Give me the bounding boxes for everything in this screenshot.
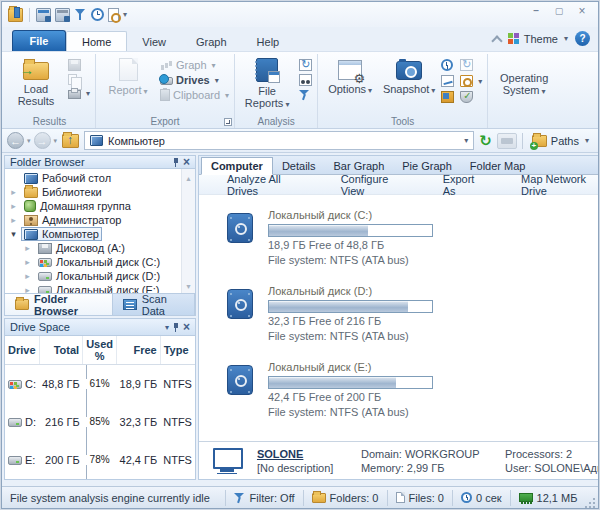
panel-menu-icon[interactable]: ▾ [165,323,169,332]
drive-space-row[interactable]: D: 216 ГБ 85% 32,3 ГБ NTFS [5,403,195,441]
print-button[interactable] [68,88,90,99]
tree-item[interactable]: Локальный диск (D:) [7,269,179,283]
computer-name-link[interactable]: SOLONE [257,448,347,460]
chart-line-icon[interactable] [441,75,454,87]
status-filter[interactable]: Filter: Off [225,490,303,506]
drive-entry[interactable]: Локальный диск (C:) 18,9 ГБ Free of 48,8… [227,209,599,267]
filter-search-icon[interactable] [299,89,312,101]
tab-home[interactable]: Home [66,31,127,51]
monitor-chart-icon[interactable] [441,91,454,103]
drive-entry[interactable]: Локальный диск (D:) 32,3 ГБ Free of 216 … [227,285,599,343]
tab-folder-browser[interactable]: Folder Browser [5,294,113,315]
tree-item[interactable]: Локальный диск (C:) [7,255,179,269]
paths-button[interactable]: Paths [528,134,593,148]
graph-export-button[interactable]: Graph [160,59,229,71]
export-as-link[interactable]: Export As [443,173,483,197]
tree-expander-icon[interactable] [23,272,32,281]
drive-free-label: 18,9 ГБ Free of 48,8 ГБ [268,239,433,252]
tree-expander-icon[interactable] [23,244,32,253]
forward-button[interactable]: → [34,132,51,149]
refresh-window-icon[interactable] [299,59,312,71]
tree-scrollbar[interactable] [181,169,195,293]
drive-entry[interactable]: Локальный диск (E:) 42,4 ГБ Free of 200 … [227,361,599,419]
shield-icon[interactable] [460,91,473,103]
map-network-drive-link[interactable]: Map Network Drive [521,173,599,197]
forward-history-dropdown-icon[interactable]: ▾ [54,137,58,145]
configure-view-link[interactable]: Configure View [341,173,405,197]
resize-grip[interactable] [587,498,595,508]
options-button[interactable]: Options [323,56,377,97]
scheduler-icon[interactable] [91,8,104,21]
tree-item[interactable]: Домашняя группа [7,199,179,213]
tree-expander-icon[interactable] [9,202,18,211]
snapshot-button[interactable]: Snapshot [382,56,436,97]
address-dropdown-icon[interactable]: ▾ [464,136,468,145]
scroll-down-icon[interactable] [185,279,192,291]
clipboard-button[interactable]: Clipboard [160,89,229,101]
tree-item[interactable]: Дисковод (A:) [7,241,179,255]
tab-scan-data[interactable]: Scan Data [113,294,195,315]
close-panel-icon[interactable]: × [183,322,190,332]
tree-item[interactable]: Библиотеки [7,185,179,199]
minimize-button[interactable] [526,4,546,17]
tab-view[interactable]: View [127,32,181,51]
binoculars-icon[interactable] [299,74,312,86]
up-folder-icon[interactable] [62,134,79,148]
drives-export-button[interactable]: Drives [160,74,229,86]
maximize-button[interactable] [549,4,569,17]
tree-expander-icon[interactable] [9,216,18,225]
open-results-icon[interactable] [8,8,23,22]
collapse-ribbon-icon[interactable] [492,34,501,43]
copy-icon[interactable] [68,74,77,85]
tree-item[interactable]: Локальный диск (E:) [7,283,179,294]
col-total[interactable]: Total [39,336,83,365]
tree-item[interactable]: Администратор [7,213,179,227]
clock-icon[interactable] [441,59,453,71]
load-results-button[interactable]: Load Results [9,56,63,107]
file-tab[interactable]: File [12,30,66,51]
drive-space-row[interactable]: E: 200 ГБ 78% 42,4 ГБ NTFS [5,441,195,479]
tree-item[interactable]: Компьютер [7,227,179,241]
qat-dropdown-icon[interactable]: ▾ [123,10,127,19]
col-free[interactable]: Free [117,336,161,365]
col-drive[interactable]: Drive [5,336,39,365]
col-type[interactable]: Type [160,336,195,365]
report-button[interactable]: Report [101,56,155,98]
folder-browser-title: Folder Browser [10,156,85,168]
filter-icon[interactable] [74,8,87,22]
search-button[interactable] [460,75,482,87]
stop-icon[interactable] [497,133,517,149]
export-results-icon[interactable] [36,8,51,22]
tree-item[interactable]: Рабочий стол [7,171,179,185]
pin-icon[interactable] [174,158,178,166]
options-icon [338,60,362,80]
refresh-icon[interactable]: ↻ [477,133,494,148]
pin-icon[interactable] [174,323,178,331]
file-reports-button[interactable]: File Reports [240,56,294,111]
tree-expander-icon[interactable] [9,188,18,197]
theme-button[interactable]: Theme [508,33,568,45]
report-viewer-icon[interactable] [55,8,70,22]
drive-space-row[interactable]: C: 48,8 ГБ 61% 18,9 ГБ NTFS [5,365,195,404]
info-page-icon[interactable] [460,59,473,71]
operating-system-button[interactable]: Operating System [493,56,555,112]
tree-expander-icon[interactable] [23,258,32,267]
save-icon[interactable] [68,59,81,71]
help-button[interactable]: ? [575,31,590,46]
back-history-dropdown-icon[interactable]: ▾ [27,137,31,145]
col-used[interactable]: Used % [83,336,117,365]
search-preview-icon[interactable] [108,8,119,22]
back-button[interactable]: ← [7,132,24,149]
scroll-up-icon[interactable] [185,171,192,183]
tree-expander-icon[interactable] [23,286,32,295]
close-panel-icon[interactable]: × [183,157,190,167]
tab-graph[interactable]: Graph [181,32,242,51]
tree-expander-icon[interactable] [9,230,18,239]
tab-help[interactable]: Help [242,32,295,51]
address-field[interactable]: Компьютер ▾ [84,131,474,150]
drive-space-header-row[interactable]: Drive Total Used % Free Type [5,336,195,365]
tree-item-label: Рабочий стол [42,172,111,184]
analyze-all-drives-link[interactable]: Analyze All Drives [227,173,303,197]
close-button[interactable] [572,4,592,17]
export-dialog-launcher-icon[interactable] [224,118,232,126]
